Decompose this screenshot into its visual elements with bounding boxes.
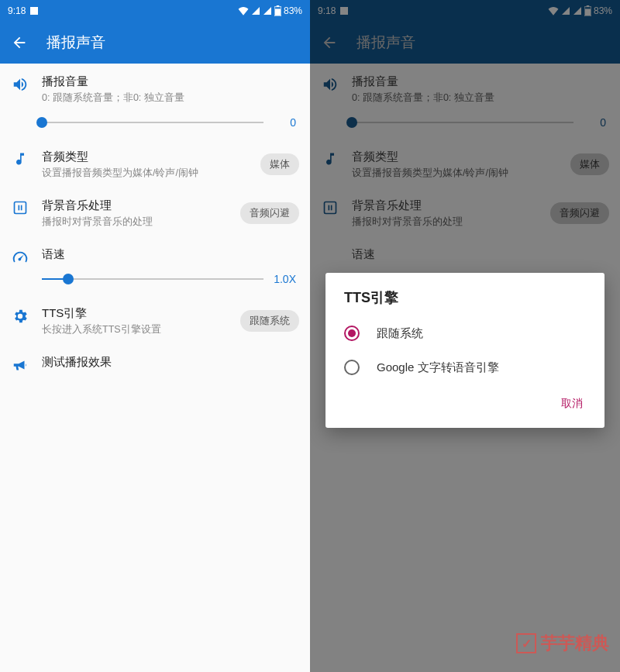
volume-value: 0 — [273, 116, 296, 129]
app-bar: 播报声音 — [0, 22, 310, 64]
row-audiotype-sub: 设置播报音频类型为媒体/铃声/闹钟 — [42, 167, 248, 180]
row-bgmusic-title: 背景音乐处理 — [42, 198, 228, 213]
row-tts[interactable]: TTS引擎 长按进入系统TTS引擎设置 跟随系统 — [0, 295, 310, 344]
svg-rect-3 — [15, 202, 26, 213]
row-tts-title: TTS引擎 — [42, 306, 228, 321]
volume-slider[interactable] — [42, 115, 264, 129]
radio-label: 跟随系统 — [377, 326, 423, 341]
wifi-icon — [238, 6, 249, 16]
tts-badge: 跟随系统 — [240, 310, 299, 332]
row-audiotype-title: 音频类型 — [42, 150, 248, 164]
speed-icon — [11, 249, 29, 266]
music-note-icon — [11, 151, 29, 167]
signal-icon-2 — [263, 6, 272, 16]
row-volume-title: 播报音量 — [42, 74, 299, 89]
volume-slider-row: 0 — [0, 112, 310, 139]
svg-rect-2 — [275, 9, 281, 16]
radio-option-system[interactable]: 跟随系统 — [332, 316, 598, 350]
dialog-title: TTS引擎 — [332, 288, 598, 316]
status-bar: 9:18 83% — [0, 0, 310, 22]
gear-icon — [11, 308, 29, 325]
watermark: ✓ 芋芋精典 — [516, 632, 609, 655]
notification-icon — [30, 7, 38, 15]
svg-rect-5 — [21, 205, 22, 210]
audiotype-badge: 媒体 — [260, 153, 299, 175]
radio-icon — [344, 360, 360, 375]
pause-box-icon — [11, 200, 29, 215]
speed-slider-row: 1.0X — [0, 269, 310, 295]
volume-icon — [11, 76, 29, 93]
signal-icon — [251, 6, 260, 16]
row-test-title: 测试播报效果 — [42, 355, 299, 370]
status-battery: 83% — [284, 5, 302, 16]
row-audiotype[interactable]: 音频类型 设置播报音频类型为媒体/铃声/闹钟 媒体 — [0, 139, 310, 188]
speed-value: 1.0X — [273, 273, 296, 285]
megaphone-icon — [11, 357, 29, 374]
back-icon[interactable] — [11, 34, 28, 51]
speed-slider[interactable] — [42, 272, 264, 286]
appbar-title: 播报声音 — [46, 33, 105, 53]
row-bgmusic[interactable]: 背景音乐处理 播报时对背景音乐的处理 音频闪避 — [0, 188, 310, 236]
battery-icon — [274, 5, 281, 16]
watermark-logo-icon: ✓ — [516, 633, 536, 653]
bgmusic-badge: 音频闪避 — [240, 202, 299, 224]
row-test[interactable]: 测试播报效果 — [0, 344, 310, 381]
status-time: 9:18 — [8, 5, 26, 16]
row-tts-sub: 长按进入系统TTS引擎设置 — [42, 323, 228, 336]
watermark-text: 芋芋精典 — [541, 632, 609, 655]
row-volume[interactable]: 播报音量 0: 跟随系统音量；非0: 独立音量 — [0, 64, 310, 112]
radio-icon-checked — [344, 326, 360, 341]
row-speed-title: 语速 — [42, 247, 299, 262]
svg-rect-4 — [19, 205, 20, 210]
row-bgmusic-sub: 播报时对背景音乐的处理 — [42, 215, 228, 229]
radio-option-google[interactable]: Google 文字转语音引擎 — [332, 350, 598, 384]
row-volume-sub: 0: 跟随系统音量；非0: 独立音量 — [42, 91, 299, 105]
phone-right: 9:18 83% 播报声音 播报音量 0: 跟随系统音量；非0: 独立音量 0 — [310, 0, 620, 672]
settings-list: 播报音量 0: 跟随系统音量；非0: 独立音量 0 音频类型 设置播报音频类型为… — [0, 64, 310, 381]
row-speed[interactable]: 语速 — [0, 236, 310, 269]
phone-left: 9:18 83% 播报声音 播报音量 0: 跟随系统音量；非0: 独立音量 — [0, 0, 310, 672]
cancel-button[interactable]: 取消 — [553, 391, 591, 417]
tts-dialog: TTS引擎 跟随系统 Google 文字转语音引擎 取消 — [326, 273, 604, 428]
radio-label: Google 文字转语音引擎 — [377, 360, 499, 375]
